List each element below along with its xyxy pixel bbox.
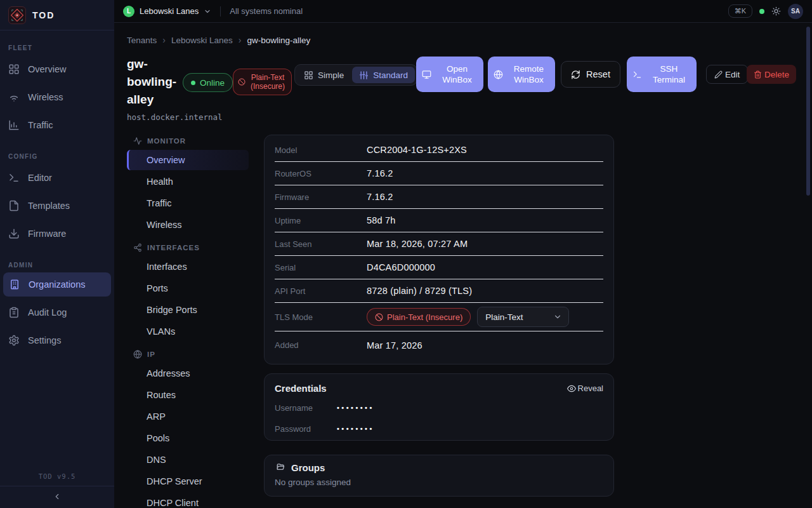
sidebar-item-label: Templates [28, 201, 70, 211]
chevron-right-icon: › [239, 35, 242, 45]
detail-label: Model [275, 145, 367, 155]
detail-row-added: Added Mar 17, 2026 [275, 331, 603, 359]
subnav-item-dns[interactable]: DNS [127, 450, 249, 470]
main-content: Tenants › Lebowski Lanes › gw-bowling-al… [114, 23, 812, 508]
subnav-item-dhcp-client[interactable]: DHCP Client [127, 493, 249, 508]
sidebar-item-firmware[interactable]: Firmware [0, 220, 114, 248]
edit-label: Edit [725, 70, 740, 79]
sidebar-item-label: Settings [28, 335, 61, 345]
detail-value: D4CA6D000000 [367, 262, 435, 272]
detail-row-api-port: API Port 8728 (plain) / 8729 (TLS) [275, 279, 603, 303]
tls-mode-select[interactable]: Plain-Text [477, 307, 569, 327]
reset-label: Reset [586, 69, 610, 79]
subnav-item-interfaces[interactable]: Interfaces [127, 257, 249, 277]
chevron-right-icon: › [162, 35, 166, 45]
tls-insecure-badge[interactable]: Plain-Text (Insecure) [367, 308, 471, 326]
command-palette-shortcut[interactable]: ⌘K [728, 4, 752, 18]
sidebar-item-label: Organizations [29, 279, 85, 290]
breadcrumb-tenants[interactable]: Tenants [127, 36, 157, 45]
detail-label: Firmware [275, 192, 367, 202]
subnav-item-label: Addresses [147, 368, 190, 378]
subnav-item-vlans[interactable]: VLANs [127, 321, 249, 342]
subnav-item-arp[interactable]: ARP [127, 406, 249, 427]
subnav-section-label: IP [147, 351, 155, 358]
subnav-item-ports[interactable]: Ports [127, 278, 249, 298]
tenant-switcher[interactable]: L Lebowski Lanes [123, 6, 211, 17]
reveal-label: Reveal [578, 384, 603, 393]
reset-button[interactable]: Reset [561, 61, 620, 88]
subnav-item-routes[interactable]: Routes [127, 385, 249, 405]
topbar: L Lebowski Lanes All systems nominal ⌘K … [114, 0, 812, 23]
sidebar-collapse-button[interactable] [0, 489, 114, 504]
credentials-title: Credentials [275, 383, 603, 394]
theme-toggle-sun-icon[interactable] [771, 6, 781, 16]
grid-icon [304, 70, 313, 80]
monitor-icon [422, 70, 431, 79]
sidebar-item-settings[interactable]: Settings [0, 326, 114, 354]
user-avatar[interactable]: SA [788, 4, 803, 19]
subnav-section-monitor: MONITOR [127, 133, 249, 149]
subnav-item-pools[interactable]: Pools [127, 428, 249, 448]
detail-label: Last Seen [275, 239, 367, 249]
sidebar-item-wireless[interactable]: Wireless [0, 83, 114, 111]
view-toggle-standard[interactable]: Standard [352, 67, 415, 83]
sidebar-item-audit-log[interactable]: Audit Log [0, 298, 114, 326]
subnav-item-bridge-ports[interactable]: Bridge Ports [127, 300, 249, 320]
credential-masked-value: •••••••• [337, 425, 374, 432]
breadcrumb-tenant[interactable]: Lebowski Lanes [171, 36, 233, 45]
status-badge-online: Online [183, 73, 233, 92]
breadcrumb: Tenants › Lebowski Lanes › gw-bowling-al… [127, 35, 310, 45]
reveal-button[interactable]: Reveal [567, 384, 603, 393]
detail-row-last-seen: Last Seen Mar 18, 2026, 07:27 AM [275, 232, 603, 256]
grid-icon [8, 64, 20, 75]
security-badge-insecure: Plain-Text (Insecure) [233, 69, 292, 95]
subnav-section-label: INTERFACES [147, 244, 200, 251]
remote-winbox-button[interactable]: Remote WinBox [488, 57, 555, 92]
pencil-icon [714, 70, 723, 79]
subnav-item-label: Routes [147, 390, 176, 400]
terminal-icon [8, 172, 20, 184]
trash-icon [754, 70, 762, 79]
delete-button[interactable]: Delete [747, 65, 796, 84]
wifi-icon [8, 91, 20, 103]
subnav-item-label: Pools [147, 433, 169, 443]
detail-value: CCR2004-1G-12S+2XS [367, 145, 467, 155]
subnav-item-health[interactable]: Health [127, 171, 249, 192]
sidebar-item-label: Editor [28, 173, 52, 183]
edit-button[interactable]: Edit [706, 65, 748, 84]
ssh-terminal-button[interactable]: SSH Terminal [627, 57, 697, 92]
subnav-item-traffic[interactable]: Traffic [127, 193, 249, 213]
app-version: TOD v9.5 [0, 472, 114, 480]
system-status-text: All systems nominal [230, 6, 303, 16]
open-winbox-button[interactable]: Open WinBox [416, 57, 483, 92]
detail-value: Mar 17, 2026 [367, 340, 422, 351]
sidebar-item-overview[interactable]: Overview [0, 55, 114, 83]
refresh-icon [571, 70, 580, 79]
gear-icon [8, 335, 20, 346]
view-mode-toggle: Simple Standard [294, 64, 417, 86]
scrollbar[interactable] [806, 27, 810, 196]
tenant-name: Lebowski Lanes [140, 6, 199, 16]
online-dot-icon [191, 81, 195, 85]
bar-chart-icon [8, 119, 20, 131]
credentials-card: Credentials Reveal Username •••••••• Pas… [264, 373, 614, 441]
sidebar-item-label: Firmware [28, 229, 66, 239]
sidebar-item-organizations[interactable]: Organizations [3, 272, 111, 297]
subnav-item-wireless[interactable]: Wireless [127, 215, 249, 235]
subnav-item-dhcp-server[interactable]: DHCP Server [127, 471, 249, 491]
detail-label: TLS Mode [275, 312, 367, 322]
subnav-section-label: MONITOR [147, 137, 186, 145]
sliders-icon [359, 70, 369, 80]
view-toggle-simple-label: Simple [318, 70, 344, 80]
remote-winbox-label: Remote WinBox [508, 64, 549, 85]
subnav-item-label: VLANs [147, 326, 175, 337]
sidebar-item-traffic[interactable]: Traffic [0, 111, 114, 139]
sidebar-item-editor[interactable]: Editor [0, 164, 114, 192]
sidebar-item-templates[interactable]: Templates [0, 192, 114, 220]
subnav-item-overview[interactable]: Overview [127, 150, 249, 170]
connection-status-dot [759, 9, 764, 14]
file-icon [8, 200, 20, 211]
view-toggle-simple[interactable]: Simple [297, 67, 351, 83]
subnav-item-addresses[interactable]: Addresses [127, 363, 249, 384]
device-hostname: host.docker.internal [127, 112, 223, 122]
